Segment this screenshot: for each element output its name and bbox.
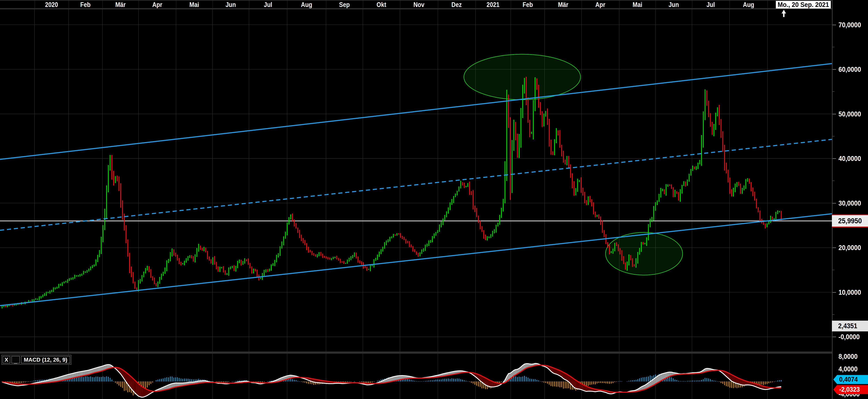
axis-gridline xyxy=(438,1,438,8)
last-price-box: 25,9950 xyxy=(832,214,868,227)
close-indicator-button[interactable]: X xyxy=(3,356,10,363)
minimize-indicator-button[interactable]: _ xyxy=(11,356,20,363)
axis-separator-line xyxy=(832,0,833,399)
axis-gridline xyxy=(655,1,656,8)
month-label-7: Aug xyxy=(301,1,312,8)
axis-gridline xyxy=(582,1,582,8)
axis-gridline xyxy=(768,1,768,8)
axis-gridline xyxy=(692,1,692,8)
month-label-8: Sep xyxy=(339,1,350,8)
month-label-0: 2020 xyxy=(45,1,58,8)
macd-signal-value-flag: -2,0323 xyxy=(833,385,868,394)
price-tick-50: 50,0000 xyxy=(838,110,861,118)
month-label-15: Apr xyxy=(595,1,606,8)
macd-tick-8: 8,0000 xyxy=(838,352,858,361)
axis-gridline xyxy=(475,1,476,8)
price-chart-canvas[interactable] xyxy=(0,9,832,351)
close-icon: X xyxy=(4,357,8,363)
top-border xyxy=(0,0,868,1)
month-label-4: Mai xyxy=(189,1,199,8)
panel-separator[interactable] xyxy=(0,351,868,354)
month-label-11: Dez xyxy=(452,1,462,8)
month-label-2: Mär xyxy=(115,1,125,8)
macd-title-label: MACD (12, 26, 9) xyxy=(24,357,67,363)
axis-gridline xyxy=(249,1,249,8)
month-label-16: Mai xyxy=(632,1,642,8)
price-tick-10: 10,0000 xyxy=(838,288,861,296)
axis-gridline xyxy=(326,1,327,8)
macd-signal-value: -2,0323 xyxy=(839,386,860,393)
axis-gridline xyxy=(363,1,363,8)
axis-gridline xyxy=(511,1,511,8)
month-label-17: Jun xyxy=(669,1,679,8)
price-tick-0: -0,0000 xyxy=(838,333,860,341)
price-tick-60: 60,0000 xyxy=(838,65,861,73)
axis-gridline xyxy=(213,1,213,8)
axis-gridline xyxy=(545,1,545,8)
secondary-value-box: 2,4351 xyxy=(832,321,868,332)
axis-gridline xyxy=(730,1,730,8)
price-tick-40: 40,0000 xyxy=(838,155,861,163)
month-label-1: Feb xyxy=(80,1,90,8)
axis-gridline xyxy=(102,1,103,8)
price-tick-20: 20,0000 xyxy=(838,244,861,252)
last-price-label: 25,9950 xyxy=(838,217,862,225)
month-label-6: Jul xyxy=(264,1,272,8)
axis-gridline xyxy=(35,1,35,8)
month-label-9: Okt xyxy=(376,1,386,8)
axis-gridline xyxy=(400,1,400,8)
hover-date-box: Mo., 20 Sep. 2021 xyxy=(776,1,831,8)
month-label-5: Jun xyxy=(225,1,236,8)
hover-date-label: Mo., 20 Sep. 2021 xyxy=(778,1,829,8)
axis-gridline xyxy=(287,1,287,8)
month-label-14: Mär xyxy=(558,1,568,8)
macd-tick-4: 4,0000 xyxy=(838,365,858,373)
time-axis[interactable]: 2020FebMärAprMaiJunJulAugSepOktNovDez202… xyxy=(0,0,868,9)
month-label-18: Jul xyxy=(707,1,715,8)
price-axis[interactable]: 70,000060,000050,000040,000030,000020,00… xyxy=(832,0,868,399)
month-label-12: 2021 xyxy=(487,1,499,8)
axis-gridline xyxy=(138,1,139,8)
axis-gridline xyxy=(619,1,620,8)
minimize-icon: _ xyxy=(14,358,17,364)
price-tick-70: 70,0000 xyxy=(838,21,861,29)
month-label-10: Nov xyxy=(413,1,424,8)
month-label-3: Apr xyxy=(152,1,162,8)
secondary-value-label: 2,4351 xyxy=(838,322,857,330)
macd-indicator-controls: X _ MACD (12, 26, 9) xyxy=(1,355,71,365)
macd-indicator-title[interactable]: MACD (12, 26, 9) xyxy=(21,356,70,363)
month-label-13: Feb xyxy=(523,1,533,8)
macd-histogram-value-flag: 0,4074 xyxy=(833,375,868,384)
trading-chart-window: 2020FebMärAprMaiJunJulAugSepOktNovDez202… xyxy=(0,0,868,399)
macd-histogram-value: 0,4074 xyxy=(839,376,858,383)
time-axis-separator xyxy=(0,8,868,9)
month-label-19: Aug xyxy=(743,1,754,8)
axis-gridline xyxy=(69,1,69,8)
macd-chart-canvas[interactable] xyxy=(0,354,832,399)
axis-gridline xyxy=(176,1,176,8)
price-tick-30: 30,0000 xyxy=(838,199,861,207)
